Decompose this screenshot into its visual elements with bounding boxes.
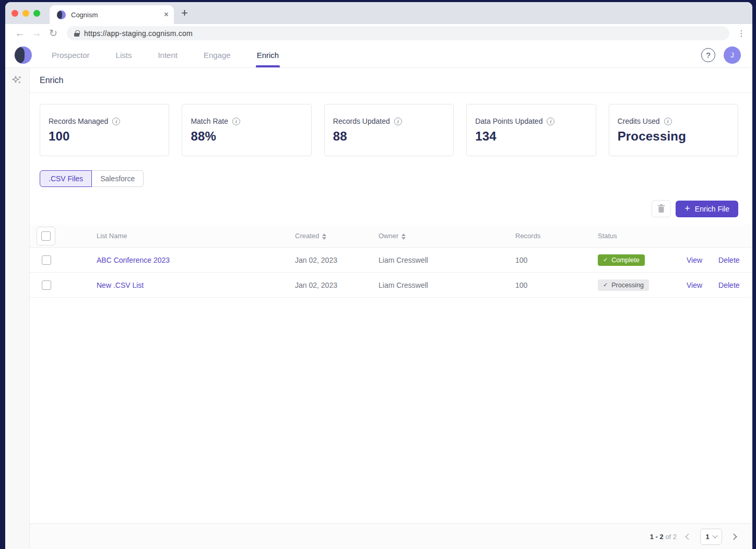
new-tab-button[interactable]: + [181,6,188,20]
stat-label: Match Rate [191,117,228,125]
stat-value: 88% [191,129,302,144]
created-cell: Jan 02, 2023 [295,256,379,264]
status-badge: ✓Complete [598,254,645,266]
cognism-favicon-icon [57,10,66,19]
app-navbar: Prospector Lists Intent Engage Enrich ? … [5,42,752,68]
owner-cell: Liam Cresswell [379,281,515,289]
owner-cell: Liam Cresswell [379,256,515,264]
back-icon[interactable]: ← [13,28,27,39]
created-cell: Jan 02, 2023 [295,281,379,289]
browser-tab-strip: Cognism × + [5,2,752,24]
enrich-file-button[interactable]: + Enrich File [676,201,738,217]
stat-value: 88 [333,129,445,144]
nav-item-intent[interactable]: Intent [158,42,178,67]
stats-row: Records Managedi 100 Match Ratei 88% Rec… [30,93,752,156]
info-icon[interactable]: i [232,118,240,125]
trash-icon [657,204,665,213]
info-icon[interactable]: i [112,118,120,125]
nav-item-prospector[interactable]: Prospector [52,42,90,67]
stat-label: Credits Used [618,117,660,125]
stat-card-credits-used: Credits Usedi Processing [609,104,738,156]
tab-salesforce[interactable]: Salesforce [92,170,144,187]
stat-label: Records Managed [49,117,108,125]
plus-icon: + [684,203,690,214]
list-name-link[interactable]: ABC Conference 2023 [97,256,170,264]
left-rail [5,68,30,549]
current-page: 1 [705,533,709,541]
page-header: Enrich [30,68,752,93]
delete-link[interactable]: Delete [718,256,739,264]
stat-card-match-rate: Match Ratei 88% [182,104,311,156]
stat-value: Processing [618,129,729,144]
sparkles-icon[interactable] [11,75,23,86]
column-header-owner[interactable]: Owner [379,232,515,240]
check-icon: ✓ [603,282,608,288]
records-cell: 100 [515,281,598,289]
url-text: https://app-staging.cognism.com [84,29,193,38]
column-header-created[interactable]: Created [295,232,379,240]
table-actions-row: + Enrich File [30,187,752,225]
sort-icon[interactable] [322,233,326,240]
stat-label: Data Points Updated [475,117,542,125]
stat-card-records-managed: Records Managedi 100 [40,104,169,156]
next-page-icon[interactable] [730,533,737,540]
tab-csv-files[interactable]: .CSV Files [40,170,92,187]
page-title: Enrich [40,76,63,85]
nav-items: Prospector Lists Intent Engage Enrich [52,42,279,67]
minimize-window-button[interactable] [22,10,29,17]
nav-item-engage[interactable]: Engage [204,42,231,67]
status-badge: ✓Processing [598,279,649,291]
table-row: New .CSV List Jan 02, 2023 Liam Cresswel… [30,273,752,298]
previous-page-icon[interactable] [685,533,692,540]
row-checkbox[interactable] [42,281,51,290]
zoom-window-button[interactable] [33,10,40,17]
chevron-down-icon [712,533,717,538]
row-checkbox[interactable] [42,255,51,265]
nav-item-lists[interactable]: Lists [116,42,132,67]
enrich-file-label: Enrich File [695,205,729,213]
info-icon[interactable]: i [394,118,402,125]
help-icon[interactable]: ? [701,48,715,62]
browser-url-bar: ← → ↻ https://app-staging.cognism.com ⋮ [5,24,752,42]
check-icon: ✓ [603,256,608,263]
stat-value: 100 [49,129,160,144]
sort-icon[interactable] [401,233,406,240]
select-all-checkbox[interactable] [41,231,51,241]
delete-selected-button[interactable] [652,200,671,217]
nav-item-enrich[interactable]: Enrich [257,42,279,67]
browser-menu-icon[interactable]: ⋮ [736,32,747,34]
lock-icon [74,30,79,37]
close-window-button[interactable] [11,10,18,17]
stat-label: Records Updated [333,117,390,125]
column-header-records: Records [515,232,598,240]
close-tab-icon[interactable]: × [164,10,169,19]
stat-card-data-points-updated: Data Points Updatedi 134 [466,104,596,156]
info-icon[interactable]: i [547,118,554,125]
column-header-list-name: List Name [97,232,295,240]
forward-icon[interactable]: → [29,28,44,39]
delete-link[interactable]: Delete [718,281,739,289]
column-header-status: Status [598,232,687,240]
browser-window: Cognism × + ← → ↻ https://app-staging.co… [5,2,752,549]
table-row: ABC Conference 2023 Jan 02, 2023 Liam Cr… [30,248,752,273]
pagination-range: 1 - 2 of 2 [650,533,677,541]
source-toggle: .CSV Files Salesforce [40,170,144,187]
view-link[interactable]: View [687,281,702,289]
view-link[interactable]: View [687,256,702,264]
records-cell: 100 [515,256,598,264]
page-select[interactable]: 1 [700,529,722,545]
reload-icon[interactable]: ↻ [46,27,61,39]
address-bar[interactable]: https://app-staging.cognism.com [67,26,729,40]
enrich-lists-table: List Name Created Owner Records Status A… [30,225,752,298]
tab-title: Cognism [71,11,159,19]
cognism-logo-icon[interactable] [15,46,32,64]
info-icon[interactable]: i [664,118,672,125]
stat-card-records-updated: Records Updatedi 88 [324,104,454,156]
avatar[interactable]: J [724,46,741,64]
list-name-link[interactable]: New .CSV List [97,281,144,289]
window-controls [11,10,40,17]
table-header-row: List Name Created Owner Records Status [30,225,752,248]
stat-value: 134 [475,129,587,144]
select-all-checkbox-frame[interactable] [37,227,55,246]
browser-tab[interactable]: Cognism × [50,5,174,24]
